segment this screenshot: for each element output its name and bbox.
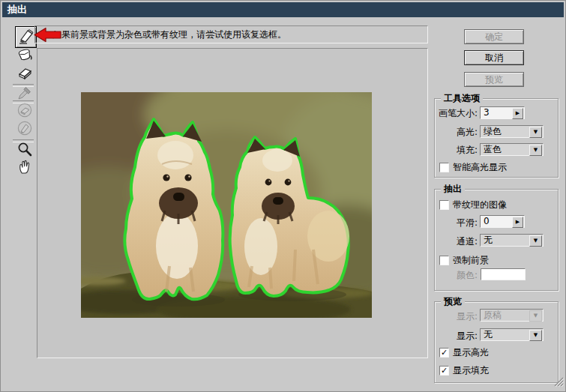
cleanup-tool [16, 103, 34, 121]
extract-dialog: 抽出 [0, 0, 566, 392]
cancel-button[interactable]: 取消 [464, 50, 524, 65]
fill-bucket-icon [16, 46, 33, 66]
edge-touchup-icon [16, 120, 33, 139]
channel-label: 通道: [434, 235, 478, 248]
color-label: 颜色: [434, 269, 478, 282]
chevron-down-icon: ▼ [534, 129, 538, 135]
smart-highlight-checkbox[interactable] [439, 163, 449, 172]
dogs-photo[interactable] [81, 92, 372, 318]
cleanup-icon [16, 102, 33, 121]
ok-button[interactable]: 确定 [464, 29, 524, 44]
show-fill-label: 显示填充 [453, 364, 489, 377]
eraser-tool[interactable] [16, 65, 34, 83]
show-label: 显示: [434, 310, 478, 323]
show-highlight-checkbox[interactable]: ✓ [439, 348, 449, 358]
textured-image-checkbox[interactable] [439, 200, 449, 210]
force-foreground-checkbox[interactable] [439, 256, 449, 265]
show-fill-checkbox[interactable]: ✓ [439, 366, 449, 376]
edge-highlighter-icon [18, 28, 34, 47]
dropdown-button[interactable]: ▼ [529, 330, 542, 341]
smooth-label: 平滑: [434, 217, 478, 229]
chevron-down-icon: ▼ [534, 332, 538, 338]
brush-size-slider-button[interactable]: ▶ [512, 108, 523, 119]
show-dropdown: 原稿 ▼ [480, 309, 544, 322]
chevron-down-icon: ▼ [534, 313, 538, 319]
hand-tool[interactable] [16, 159, 34, 177]
brush-size-input[interactable]: 3 ▶ [480, 106, 525, 119]
foreground-color-swatch[interactable] [481, 268, 526, 280]
checkmark-icon: ✓ [441, 348, 448, 358]
fill-label: 填充: [434, 144, 478, 157]
textured-image-label: 带纹理的图像 [453, 199, 507, 211]
chevron-down-icon: ▼ [534, 147, 538, 153]
preview-button[interactable]: 预览 [464, 72, 524, 87]
fill-dropdown[interactable]: 蓝色 ▼ [480, 143, 544, 156]
force-foreground-label: 强制前景 [453, 254, 489, 267]
callout-arrow-icon [34, 26, 62, 46]
hint-text-box: 如果前景或背景为杂色或带有纹理，请尝试使用该复选框。 [34, 25, 428, 43]
hint-text: 如果前景或背景为杂色或带有纹理，请尝试使用该复选框。 [52, 29, 286, 40]
hand-icon [16, 158, 33, 178]
display-label: 显示: [434, 330, 478, 343]
extract-legend: 抽出 [441, 184, 465, 195]
dropdown-button: ▼ [529, 310, 542, 322]
smart-highlight-label: 智能高光显示 [453, 161, 507, 174]
dropdown-button[interactable]: ▼ [529, 127, 542, 138]
tool-options-legend: 工具选项 [441, 93, 483, 104]
checkmark-icon: ✓ [441, 366, 448, 376]
fill-tool[interactable] [16, 47, 34, 65]
zoom-tool[interactable] [16, 142, 34, 160]
edge-touchup-tool [16, 121, 34, 139]
dropdown-button[interactable]: ▼ [529, 145, 542, 156]
highlight-dropdown[interactable]: 绿色 ▼ [480, 125, 544, 138]
highlight-label: 高光: [434, 126, 478, 139]
brush-size-label: 画笔大小: [434, 107, 478, 120]
dropdown-button[interactable]: ▼ [529, 235, 542, 247]
right-arrow-icon: ▶ [516, 219, 520, 225]
title-bar[interactable]: 抽出 [2, 2, 564, 17]
smooth-input[interactable]: 0 ▶ [480, 215, 525, 228]
eraser-icon [16, 64, 33, 84]
smooth-slider-button[interactable]: ▶ [512, 217, 523, 228]
right-arrow-icon: ▶ [516, 110, 520, 116]
channel-dropdown[interactable]: 无 ▼ [480, 234, 544, 247]
chevron-down-icon: ▼ [534, 238, 538, 244]
resize-grip[interactable] [554, 376, 564, 390]
dialog-title: 抽出 [7, 4, 27, 15]
display-dropdown[interactable]: 无 ▼ [480, 328, 544, 341]
show-highlight-label: 显示高光 [453, 346, 489, 359]
preview-legend: 预览 [441, 296, 465, 307]
